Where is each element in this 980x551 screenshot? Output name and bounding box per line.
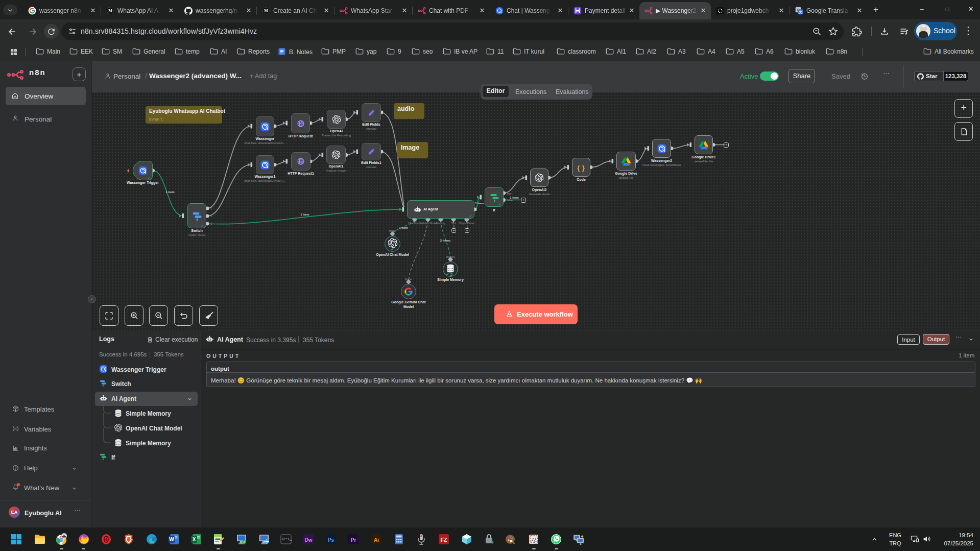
svg-text:Dw: Dw	[305, 537, 313, 543]
svg-text:C:\_: C:\_	[282, 537, 292, 541]
svg-text:M: M	[108, 9, 112, 13]
svg-text:M: M	[264, 9, 268, 13]
svg-text:FZ: FZ	[441, 537, 447, 543]
svg-text:文: 文	[799, 10, 802, 14]
svg-text:Pr: Pr	[351, 537, 356, 543]
svg-text:Ai: Ai	[374, 537, 379, 543]
svg-text:W: W	[169, 537, 174, 542]
svg-text:X: X	[193, 537, 196, 542]
svg-text:Ps: Ps	[328, 537, 334, 543]
